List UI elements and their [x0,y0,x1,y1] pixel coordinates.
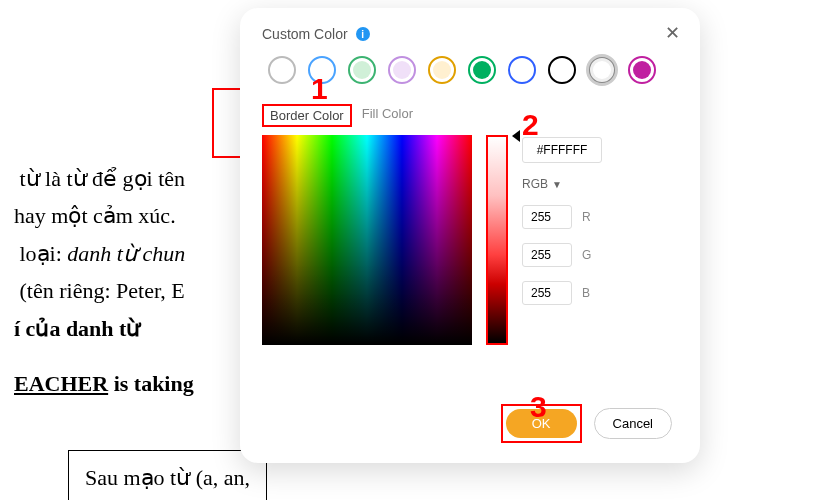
swatch-3[interactable] [388,56,416,84]
hex-value[interactable]: #FFFFFF [522,137,602,163]
swatch-4[interactable] [428,56,456,84]
swatch-6[interactable] [508,56,536,84]
color-gradient[interactable] [262,135,472,345]
g-label: G [582,248,591,262]
ok-highlight: OK [501,404,582,443]
color-mode-select[interactable]: RGB▼ [522,177,602,191]
swatch-8[interactable] [588,56,616,84]
b-label: B [582,286,590,300]
swatch-5[interactable] [468,56,496,84]
close-button[interactable]: ✕ [665,22,680,44]
ok-button[interactable]: OK [506,409,577,438]
swatch-9[interactable] [628,56,656,84]
swatch-7[interactable] [548,56,576,84]
g-input[interactable]: 255 [522,243,572,267]
swatch-0[interactable] [268,56,296,84]
b-input[interactable]: 255 [522,281,572,305]
info-icon[interactable]: i [356,27,370,41]
chevron-down-icon: ▼ [552,179,562,190]
swatch-2[interactable] [348,56,376,84]
cancel-button[interactable]: Cancel [594,408,672,439]
tab-fill-color[interactable]: Fill Color [358,104,417,127]
color-swatches [262,56,678,84]
r-label: R [582,210,591,224]
hue-indicator-icon [512,130,520,142]
r-input[interactable]: 255 [522,205,572,229]
doc-table-cell: Sau mạo từ (a, an, [68,450,267,500]
hue-slider[interactable] [486,135,508,345]
swatch-1[interactable] [308,56,336,84]
custom-color-dialog: ✕ Custom Color i Border Color Fill Color… [240,8,700,463]
tab-border-color[interactable]: Border Color [262,104,352,127]
color-tabs: Border Color Fill Color [262,104,678,127]
dialog-title: Custom Color i [262,26,678,42]
